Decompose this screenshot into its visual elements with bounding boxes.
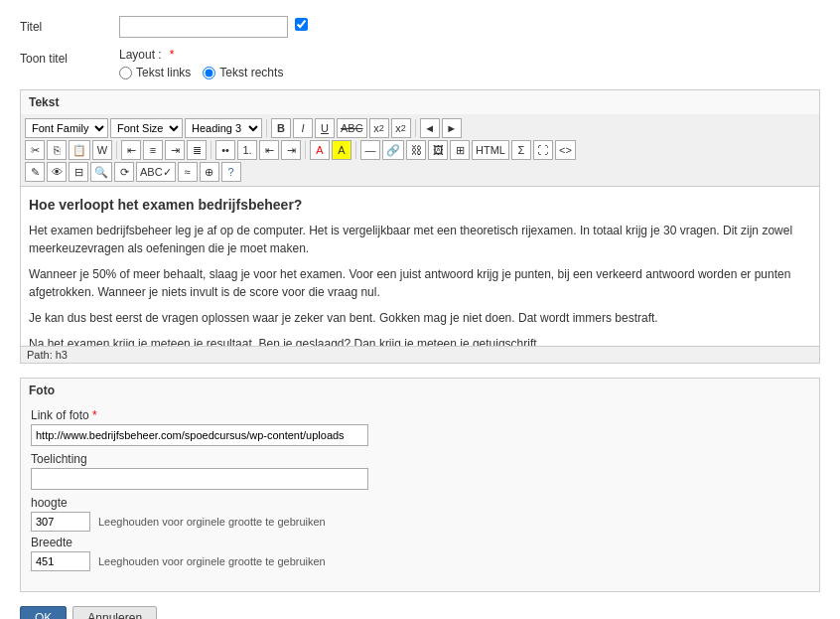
toolbar-row-2: ✂ ⎘ 📋 W ⇤ ≡ ⇥ ≣ •• 1. ⇤ ⇥ A A — 🔗 [25, 140, 815, 160]
color-button[interactable]: A [310, 140, 330, 160]
breedte-label: Breedte [31, 536, 809, 549]
divider3 [116, 141, 117, 159]
strikethrough-button[interactable]: ABC [337, 118, 367, 138]
font-size-select[interactable]: Font Size [110, 118, 183, 138]
align-center-button[interactable]: ≡ [143, 140, 163, 160]
hoogte-label: hoogte [31, 496, 809, 510]
button-row: OK Annuleren [20, 606, 820, 619]
layout-option1[interactable]: Tekst links [119, 66, 191, 79]
underline-button[interactable]: U [315, 118, 335, 138]
redo-button[interactable]: ► [442, 118, 462, 138]
toelichting-label: Toelichting [31, 452, 809, 466]
foto-inner: Link of foto * Toelichting hoogte Leegho… [21, 402, 819, 581]
superscript-button[interactable]: x2 [391, 118, 411, 138]
subscript-button[interactable]: x2 [369, 118, 389, 138]
foto-section-title: Foto [21, 379, 819, 402]
find-button[interactable]: 🔍 [90, 162, 112, 182]
ok-button[interactable]: OK [20, 606, 67, 619]
hoogte-row: Leeghouden voor orginele grootte te gebr… [31, 512, 809, 532]
editor-p2: Wanneer je 50% of meer behaalt, slaag je… [29, 265, 811, 301]
tekst-section: Tekst Font Family Font Size Heading 3 He… [20, 89, 820, 364]
link-label: Link of foto * [31, 408, 809, 422]
breedte-hint: Leeghouden voor orginele grootte te gebr… [98, 555, 326, 567]
bgcolor-button[interactable]: A [332, 140, 351, 160]
toelichting-input[interactable] [31, 468, 368, 490]
unlink-button[interactable]: ⛓ [406, 140, 426, 160]
template-button[interactable]: ⊟ [69, 162, 88, 182]
table-button[interactable]: ⊞ [450, 140, 470, 160]
italic-button[interactable]: I [293, 118, 313, 138]
edit-button[interactable]: ✎ [25, 162, 45, 182]
editor-p3: Je kan dus best eerst de vragen oplossen… [29, 309, 811, 327]
preview-button[interactable]: 👁 [47, 162, 67, 182]
paste-button[interactable]: 📋 [69, 140, 90, 160]
annuleren-button[interactable]: Annuleren [72, 606, 157, 619]
ol-button[interactable]: 1. [237, 140, 257, 160]
path-bar: Path: h3 [21, 346, 819, 363]
cut-button[interactable]: ✂ [25, 140, 45, 160]
layout-option2[interactable]: Tekst rechts [203, 66, 283, 79]
align-left-button[interactable]: ⇤ [121, 140, 141, 160]
layout-radio-group: Tekst links Tekst rechts [119, 66, 820, 79]
toolbar-area: Font Family Font Size Heading 3 Heading … [21, 114, 819, 187]
layout-required: * [170, 48, 175, 62]
editor-content[interactable]: Hoe verloopt het examen bedrijfsbeheer? … [21, 187, 819, 346]
titel-row: Titel [20, 16, 820, 38]
link-required: * [92, 408, 97, 422]
toon-titel-row: Toon titel Layout : * Tekst links Tekst … [20, 48, 820, 79]
editor-p1: Het examen bedrijfsbeheer leg je af op d… [29, 222, 811, 257]
extra1-button[interactable]: ≈ [178, 162, 198, 182]
titel-field-wrap [119, 16, 820, 38]
paste-word-button[interactable]: W [92, 140, 112, 160]
toon-titel-label: Toon titel [20, 48, 119, 66]
layout-wrap: Layout : * Tekst links Tekst rechts [119, 48, 820, 79]
editor-p4: Na het examen krijg je meteen je resulta… [29, 335, 811, 346]
html-button[interactable]: HTML [472, 140, 509, 160]
titel-label: Titel [20, 16, 119, 34]
undo-button[interactable]: ◄ [420, 118, 440, 138]
breedte-row: Leeghouden voor orginele grootte te gebr… [31, 551, 809, 571]
hr-button[interactable]: — [360, 140, 380, 160]
outdent-button[interactable]: ⇤ [259, 140, 279, 160]
titel-input[interactable] [119, 16, 288, 38]
copy-button[interactable]: ⎘ [47, 140, 67, 160]
titel-checkbox[interactable] [295, 18, 308, 31]
titel-checkbox-wrap [295, 18, 308, 31]
link-input[interactable] [31, 424, 368, 446]
foto-section: Foto Link of foto * Toelichting hoogte L… [20, 378, 820, 592]
toolbar-row-1: Font Family Font Size Heading 3 Heading … [25, 118, 815, 138]
layout-label-row: Layout : * [119, 48, 820, 62]
bold-button[interactable]: B [271, 118, 291, 138]
breedte-input[interactable] [31, 551, 90, 571]
justify-button[interactable]: ≣ [187, 140, 207, 160]
special-button[interactable]: Σ [511, 140, 531, 160]
hoogte-hint: Leeghouden voor orginele grootte te gebr… [98, 516, 326, 528]
layout-radio-rechts[interactable] [203, 67, 215, 79]
indent-button[interactable]: ⇥ [281, 140, 301, 160]
layout-radio-links[interactable] [119, 67, 132, 79]
help-button[interactable]: ? [221, 162, 241, 182]
tekst-section-title: Tekst [21, 90, 819, 114]
divider2 [415, 119, 416, 137]
divider6 [355, 141, 356, 159]
source-button[interactable]: <> [555, 140, 576, 160]
replace-button[interactable]: ⟳ [114, 162, 134, 182]
extra2-button[interactable]: ⊕ [200, 162, 219, 182]
spell-button[interactable]: ABC✓ [136, 162, 176, 182]
layout-label: Layout : [119, 48, 162, 62]
ul-button[interactable]: •• [215, 140, 235, 160]
font-family-select[interactable]: Font Family [25, 118, 108, 138]
divider5 [305, 141, 306, 159]
align-right-button[interactable]: ⇥ [165, 140, 185, 160]
fullscreen-button[interactable]: ⛶ [533, 140, 553, 160]
divider1 [266, 119, 267, 137]
heading-select[interactable]: Heading 3 Heading 1 Heading 2 Heading 4 … [185, 118, 262, 138]
divider4 [210, 141, 211, 159]
hoogte-input[interactable] [31, 512, 90, 532]
image-button[interactable]: 🖼 [428, 140, 448, 160]
toolbar-row-3: ✎ 👁 ⊟ 🔍 ⟳ ABC✓ ≈ ⊕ ? [25, 162, 815, 182]
link-button[interactable]: 🔗 [382, 140, 404, 160]
editor-heading: Hoe verloopt het examen bedrijfsbeheer? [29, 195, 811, 216]
